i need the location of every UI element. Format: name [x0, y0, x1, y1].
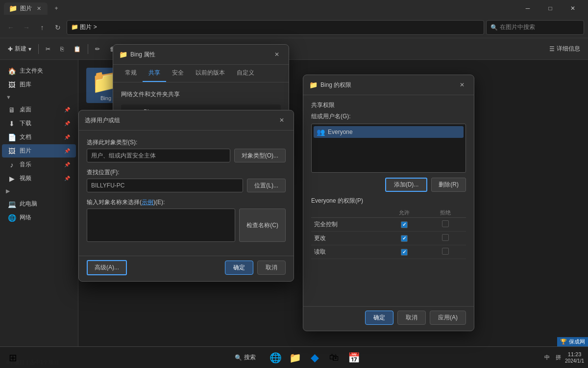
example-link[interactable]: 示例	[142, 199, 153, 206]
perm-allow-checkbox[interactable]: ✓	[401, 249, 408, 256]
cut-button[interactable]: ✂	[42, 44, 54, 54]
sidebar-label-network: 网络	[20, 213, 31, 222]
su-cancel-btn[interactable]: 取消	[257, 261, 286, 275]
perm-apply-btn[interactable]: 应用(A)	[430, 311, 466, 325]
start-button[interactable]: ⊞	[4, 349, 22, 367]
minimize-button[interactable]: ─	[516, 0, 539, 17]
bing-props-icon: 📁	[119, 51, 127, 58]
perm-remove-btn[interactable]: 删除(R)	[431, 178, 466, 192]
sidebar-item-network[interactable]: 🌐 网络	[2, 211, 76, 224]
object-type-input[interactable]	[87, 149, 230, 162]
close-button[interactable]: ✕	[562, 0, 584, 17]
permissions-footer: 确定 取消 应用(A)	[303, 306, 474, 331]
taskbar-app-4[interactable]: 🛍	[325, 349, 343, 367]
sidebar-label-this-pc: 此电脑	[20, 200, 37, 208]
tab-previous-versions[interactable]: 以前的版本	[190, 65, 231, 82]
pin-icon: 📌	[64, 107, 70, 112]
perm-name: 读取	[311, 245, 384, 259]
sidebar-section-pc[interactable]: ▶	[0, 185, 78, 197]
back-button[interactable]: ←	[4, 21, 18, 34]
perm-add-btn[interactable]: 添加(D)...	[385, 178, 428, 192]
tab-general[interactable]: 常规	[119, 65, 143, 82]
sidebar-item-music[interactable]: ♪ 音乐 📌	[2, 158, 76, 171]
location-input[interactable]	[87, 179, 243, 192]
su-ok-btn[interactable]: 确定	[225, 261, 253, 275]
detail-button[interactable]: ☰ 详细信息	[545, 43, 584, 55]
share-section-title: 网络文件和文件夹共享	[121, 90, 281, 99]
taskbar-lang[interactable]: 中	[542, 353, 552, 362]
perm-row: 完全控制 ✓	[311, 218, 466, 232]
perm-ok-btn[interactable]: 确定	[365, 311, 393, 325]
sidebar-item-gallery[interactable]: 🖼 图库	[2, 78, 76, 91]
sidebar-section-pinned[interactable]: ▼	[0, 92, 78, 103]
network-icon: 🌐	[8, 214, 16, 222]
sidebar-item-this-pc[interactable]: 💻 此电脑	[2, 197, 76, 210]
su-advanced-btn[interactable]: 高级(A)...	[87, 260, 127, 275]
taskbar-app-3[interactable]: ◆	[306, 349, 323, 367]
perm-table-label-prefix: Everyone	[311, 197, 338, 204]
perm-allow-checkbox[interactable]: ✓	[401, 221, 408, 228]
perm-cancel-btn[interactable]: 取消	[397, 311, 426, 325]
permissions-close[interactable]: ✕	[456, 79, 468, 91]
perm-deny-cell	[425, 218, 466, 232]
copy-button[interactable]: ⎘	[56, 44, 68, 54]
sidebar-item-documents[interactable]: 📄 文档 📌	[2, 131, 76, 144]
maximize-button[interactable]: □	[539, 0, 562, 17]
perm-deny-checkbox[interactable]	[442, 234, 449, 241]
paste-button[interactable]: 📋	[70, 44, 85, 54]
sidebar-item-videos[interactable]: ▶ 视频 📌	[2, 172, 76, 185]
sidebar-label-videos: 视频	[20, 174, 31, 183]
taskbar-start: ⊞	[4, 349, 22, 367]
search-bar[interactable]: 🔍 在图片中搜索	[486, 20, 584, 35]
watermark-icon: 🏆	[560, 339, 567, 345]
sidebar-label-home: 主文件夹	[20, 67, 43, 75]
rename-button[interactable]: ✏	[91, 44, 104, 54]
taskbar: ⊞ 🔍 搜索 🌐 📁 ◆ 🛍 📅 中 拼 11:23 2024/1/1	[0, 346, 588, 368]
bing-props-close[interactable]: ✕	[271, 49, 283, 60]
check-mark: ✓	[402, 222, 406, 227]
perm-allow-checkbox[interactable]: ✓	[401, 235, 408, 242]
taskbar-app-1[interactable]: 🌐	[267, 349, 284, 367]
dialog-select-user[interactable]: 选择用户或组 ✕ 选择此对象类型(S): 对象类型(O)... 查找位置(F):…	[78, 110, 294, 282]
check-name-btn[interactable]: 检查名称(C)	[239, 209, 286, 242]
sidebar-expand-pc-icon: ▶	[6, 188, 10, 194]
tab-close-button[interactable]: ✕	[35, 4, 43, 12]
sidebar-item-home[interactable]: 🏠 主文件夹	[2, 64, 76, 78]
sidebar-item-desktop[interactable]: 🖥 桌面 📌	[2, 103, 76, 116]
location-btn[interactable]: 位置(L)...	[247, 179, 286, 192]
taskbar-keyboard[interactable]: 拼	[554, 353, 563, 362]
explorer-tab[interactable]: 📁 图片 ✕	[4, 2, 48, 15]
search-icon: 🔍	[490, 24, 498, 31]
perm-deny-checkbox[interactable]	[442, 248, 449, 255]
everyone-item[interactable]: 👥 Everyone	[314, 126, 464, 138]
select-user-close[interactable]: ✕	[276, 114, 288, 126]
refresh-button[interactable]: ↻	[51, 21, 65, 34]
address-bar[interactable]: 📁 图片 >	[67, 20, 484, 35]
forward-button[interactable]: →	[20, 21, 33, 34]
taskbar-app-2[interactable]: 📁	[286, 349, 304, 367]
tab-security[interactable]: 安全	[166, 65, 190, 82]
search-taskbar[interactable]: 🔍 搜索	[225, 349, 265, 367]
sidebar-label-gallery: 图库	[20, 80, 31, 89]
watermark-text: 保成网	[569, 338, 585, 345]
gallery-icon: 🖼	[8, 81, 16, 89]
up-button[interactable]: ↑	[35, 21, 49, 34]
documents-icon: 📄	[8, 133, 16, 141]
tab-share[interactable]: 共享	[143, 65, 166, 82]
new-button[interactable]: ✚ 新建 ▾	[4, 43, 35, 55]
new-tab-button[interactable]: +	[49, 1, 63, 15]
dialog-permissions[interactable]: 📁 Bing 的权限 ✕ 共享权限 组或用户名(G): 👥 Everyone 添…	[303, 75, 474, 331]
perm-name: 更改	[311, 232, 384, 245]
detail-label: 详细信息	[557, 45, 580, 53]
taskbar-app-5[interactable]: 📅	[345, 349, 363, 367]
object-name-textarea[interactable]	[87, 209, 235, 242]
tab-label: 图片	[20, 4, 32, 13]
group-listbox[interactable]: 👥 Everyone	[311, 124, 466, 173]
sidebar-item-pictures[interactable]: 🖼 图片 📌	[2, 144, 76, 158]
object-type-btn[interactable]: 对象类型(O)...	[234, 149, 286, 162]
tab-customize[interactable]: 自定义	[231, 65, 260, 82]
search-taskbar-label: 搜索	[244, 353, 256, 362]
perm-deny-checkbox[interactable]	[442, 220, 449, 227]
sidebar-item-downloads[interactable]: ⬇ 下载 📌	[2, 117, 76, 130]
address-text: 📁 图片 >	[71, 23, 97, 31]
